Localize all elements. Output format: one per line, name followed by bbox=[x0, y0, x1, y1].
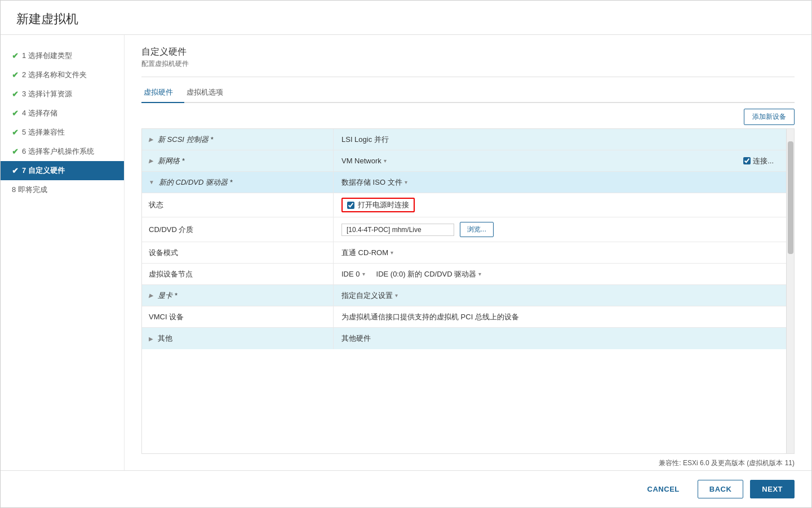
tab-hardware[interactable]: 虚拟硬件 bbox=[141, 83, 184, 103]
cddvd-dropdown-arrow: ▾ bbox=[405, 179, 407, 185]
sidebar-item-label: 8 即将完成 bbox=[12, 185, 47, 195]
sidebar-item-label: 5 选择兼容性 bbox=[22, 127, 65, 137]
ide00-dropdown-arrow: ▾ bbox=[478, 271, 481, 277]
back-button[interactable]: BACK bbox=[698, 480, 744, 498]
browse-button[interactable]: 浏览... bbox=[460, 222, 494, 237]
new-vm-window: 新建虚拟机 ✔1 选择创建类型✔2 选择名称和文件夹✔3 选择计算资源✔4 选择… bbox=[0, 0, 812, 508]
check-icon: ✔ bbox=[12, 109, 19, 118]
check-icon: ✔ bbox=[12, 147, 19, 156]
section-subtitle: 配置虚拟机硬件 bbox=[141, 59, 795, 69]
sidebar-item-step4[interactable]: ✔4 选择存储 bbox=[1, 104, 124, 123]
vdevice-node-row: 虚拟设备节点 IDE 0 ▾ IDE (0:0) 新的 CD/DVD 驱动器 ▾ bbox=[142, 264, 786, 285]
title-bar: 新建虚拟机 bbox=[1, 1, 811, 35]
network-connect-checkbox[interactable] bbox=[743, 157, 751, 164]
sidebar-item-step2[interactable]: ✔2 选择名称和文件夹 bbox=[1, 65, 124, 84]
tab-options[interactable]: 虚拟机选项 bbox=[184, 83, 234, 103]
sidebar-item-label: 7 自定义硬件 bbox=[22, 166, 65, 176]
other-row[interactable]: ▶ 其他 其他硬件 bbox=[142, 328, 786, 349]
sidebar-item-step6[interactable]: ✔6 选择客户机操作系统 bbox=[1, 142, 124, 161]
tabs-bar: 虚拟硬件 虚拟机选项 bbox=[141, 83, 795, 103]
device-mode-row: 设备模式 直通 CD-ROM ▾ bbox=[142, 242, 786, 264]
footer: CANCEL BACK NEXT bbox=[1, 470, 811, 507]
cddvd-value: 数据存储 ISO 文件 ▾ bbox=[334, 172, 786, 193]
scsi-expand-icon: ▶ bbox=[149, 136, 153, 142]
vdevice-node-label: 虚拟设备节点 bbox=[142, 264, 334, 284]
check-icon: ✔ bbox=[12, 51, 19, 60]
cddvd-row[interactable]: ▼ 新的 CD/DVD 驱动器 * 数据存储 ISO 文件 ▾ bbox=[142, 172, 786, 193]
sidebar-item-label: 4 选择存储 bbox=[22, 108, 57, 118]
vmci-value: 为虚拟机通信接口提供支持的虚拟机 PCI 总线上的设备 bbox=[334, 306, 786, 327]
check-icon: ✔ bbox=[12, 70, 19, 79]
sidebar-item-step7[interactable]: ✔7 自定义硬件 bbox=[1, 161, 124, 180]
sidebar-item-label: 2 选择名称和文件夹 bbox=[22, 70, 87, 80]
sidebar-item-step8[interactable]: 8 即将完成 bbox=[1, 180, 124, 199]
check-icon: ✔ bbox=[12, 90, 19, 99]
network-value: VM Network ▾ 连接... bbox=[334, 150, 786, 171]
network-connect-label: 连接... bbox=[743, 156, 774, 166]
sidebar: ✔1 选择创建类型✔2 选择名称和文件夹✔3 选择计算资源✔4 选择存储✔5 选… bbox=[1, 35, 125, 470]
window-title: 新建虚拟机 bbox=[16, 11, 796, 28]
power-on-connect-label: 打开电源时连接 bbox=[341, 198, 415, 212]
media-row: CD/DVD 介质 浏览... bbox=[142, 217, 786, 242]
content-area: ✔1 选择创建类型✔2 选择名称和文件夹✔3 选择计算资源✔4 选择存储✔5 选… bbox=[1, 35, 811, 470]
status-label: 状态 bbox=[142, 193, 334, 217]
vdevice-node-value: IDE 0 ▾ IDE (0:0) 新的 CD/DVD 驱动器 ▾ bbox=[334, 264, 786, 284]
vmci-row: VMCI 设备 为虚拟机通信接口提供支持的虚拟机 PCI 总线上的设备 bbox=[142, 306, 786, 328]
other-label: ▶ 其他 bbox=[142, 328, 334, 349]
cancel-button[interactable]: CANCEL bbox=[636, 480, 691, 498]
media-value: 浏览... bbox=[334, 217, 786, 242]
ide0-dropdown[interactable]: IDE 0 ▾ bbox=[341, 270, 365, 278]
display-label: ▶ 显卡 * bbox=[142, 285, 334, 306]
add-device-button[interactable]: 添加新设备 bbox=[744, 109, 795, 125]
ide0-dropdown-arrow: ▾ bbox=[362, 271, 365, 277]
status-row: 状态 打开电源时连接 bbox=[142, 193, 786, 217]
media-input[interactable] bbox=[341, 224, 454, 236]
scrollbar[interactable] bbox=[786, 129, 794, 453]
sidebar-item-step5[interactable]: ✔5 选择兼容性 bbox=[1, 123, 124, 142]
media-label: CD/DVD 介质 bbox=[142, 217, 334, 242]
check-icon: ✔ bbox=[12, 128, 19, 137]
compat-note: 兼容性: ESXi 6.0 及更高版本 (虚拟机版本 11) bbox=[141, 454, 795, 470]
display-value: 指定自定义设置 ▾ bbox=[334, 285, 786, 306]
status-value: 打开电源时连接 bbox=[334, 193, 786, 217]
next-button[interactable]: NEXT bbox=[750, 480, 795, 498]
sidebar-item-step3[interactable]: ✔3 选择计算资源 bbox=[1, 84, 124, 104]
device-mode-dropdown-arrow: ▾ bbox=[391, 249, 393, 256]
scsi-label: ▶ 新 SCSI 控制器 * bbox=[142, 129, 334, 150]
main-content: 自定义硬件 配置虚拟机硬件 虚拟硬件 虚拟机选项 添加新设备 ▶ bbox=[125, 35, 811, 470]
ide00-dropdown[interactable]: IDE (0:0) 新的 CD/DVD 驱动器 ▾ bbox=[376, 269, 482, 279]
section-header: 自定义硬件 配置虚拟机硬件 bbox=[141, 46, 795, 69]
network-dropdown-arrow: ▾ bbox=[384, 158, 387, 164]
device-mode-label: 设备模式 bbox=[142, 242, 334, 263]
sidebar-item-label: 1 选择创建类型 bbox=[22, 51, 72, 61]
display-expand-icon: ▶ bbox=[149, 292, 153, 298]
sidebar-item-label: 3 选择计算资源 bbox=[22, 89, 72, 99]
device-mode-value: 直通 CD-ROM ▾ bbox=[334, 242, 786, 263]
header-divider bbox=[141, 77, 795, 77]
section-title: 自定义硬件 bbox=[141, 46, 795, 58]
display-row[interactable]: ▶ 显卡 * 指定自定义设置 ▾ bbox=[142, 285, 786, 306]
sidebar-item-step1[interactable]: ✔1 选择创建类型 bbox=[1, 46, 124, 65]
power-on-connect-checkbox[interactable] bbox=[347, 202, 354, 209]
network-row[interactable]: ▶ 新网络 * VM Network ▾ 连接... bbox=[142, 150, 786, 172]
display-dropdown-arrow: ▾ bbox=[395, 292, 398, 298]
scsi-controller-row[interactable]: ▶ 新 SCSI 控制器 * LSI Logic 并行 bbox=[142, 129, 786, 150]
check-icon: ✔ bbox=[12, 166, 19, 175]
cddvd-expand-icon: ▼ bbox=[149, 179, 154, 185]
network-expand-icon: ▶ bbox=[149, 158, 153, 164]
vmci-label: VMCI 设备 bbox=[142, 306, 334, 327]
cddvd-label: ▼ 新的 CD/DVD 驱动器 * bbox=[142, 172, 334, 193]
network-label: ▶ 新网络 * bbox=[142, 150, 334, 171]
sidebar-item-label: 6 选择客户机操作系统 bbox=[22, 146, 94, 157]
scrollbar-thumb bbox=[788, 141, 793, 254]
hardware-table: ▶ 新 SCSI 控制器 * LSI Logic 并行 ▶ 新网络 * bbox=[142, 129, 786, 453]
other-expand-icon: ▶ bbox=[149, 336, 153, 342]
toolbar: 添加新设备 bbox=[141, 103, 795, 128]
other-value: 其他硬件 bbox=[334, 328, 786, 349]
scsi-value: LSI Logic 并行 bbox=[334, 129, 786, 150]
